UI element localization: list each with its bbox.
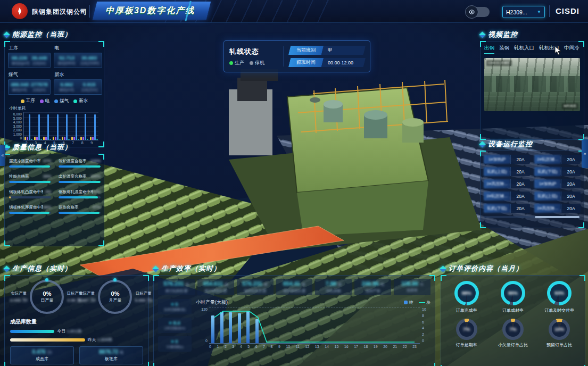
energy-bar bbox=[31, 139, 32, 140]
video-tab-中间冷[interactable]: 中间冷 bbox=[564, 45, 579, 52]
stat-value: 576.231 米 bbox=[238, 280, 272, 287]
collapse-handle-left[interactable]: « bbox=[0, 145, 5, 166]
hourly-bar bbox=[211, 315, 214, 343]
quality-panel-title-text: 质量信息（当班） bbox=[12, 143, 72, 152]
corner-bracket bbox=[98, 41, 104, 47]
equipment-cell[interactable]: 2#轧区辅...20A bbox=[534, 155, 581, 164]
equipment-name: 轧机(下辊) bbox=[484, 204, 510, 213]
energy-bar-group bbox=[34, 112, 42, 140]
status-dot-icon bbox=[250, 61, 253, 65]
video-tab-轧机出口[interactable]: 轧机出口 bbox=[539, 45, 559, 52]
equipment-cell[interactable]: 轧机(上辊)20A bbox=[484, 167, 530, 176]
equipment-cell[interactable]: 1#加热炉20A bbox=[534, 179, 581, 188]
quality-bar-fill bbox=[59, 196, 97, 198]
hourly-bar-slot bbox=[299, 308, 303, 343]
equipment-cell[interactable]: 2#轧区辅...20A bbox=[484, 192, 530, 201]
energy-bar-group bbox=[24, 112, 32, 140]
equipment-cell[interactable]: 1#加热炉20A bbox=[484, 155, 530, 164]
efficiency-panel-title-text: 生产效率（实时） bbox=[161, 264, 221, 273]
hourly-bar-slot bbox=[281, 308, 286, 343]
corner-bracket bbox=[153, 363, 159, 366]
energy-ytick: 1,000 bbox=[13, 132, 22, 136]
diamond-icon bbox=[479, 31, 486, 38]
view-selector-dropdown[interactable]: H2309... ▼ bbox=[502, 6, 545, 18]
energy-groups: 工序68.226单耗(kgce/t)39.449总耗(tce)电52.713单耗… bbox=[8, 44, 101, 95]
energy-legend-item: 新水 bbox=[73, 98, 88, 104]
hourly-xtick: 14 bbox=[325, 345, 329, 348]
efficiency-stat-card: 576.231 米累计轧制长度 bbox=[158, 279, 195, 295]
gauge-dot-icon bbox=[113, 278, 117, 281]
energy-metric-unit: 总耗(万m³) bbox=[80, 88, 98, 93]
hourly-xtick: 22 bbox=[403, 345, 407, 348]
collapse-handle-right[interactable]: » bbox=[582, 139, 588, 168]
equipment-cell[interactable]: 轧机(下辊)20A bbox=[534, 167, 581, 176]
panel-quality: 质量信息（当班） 层流冷温度命中率97%装炉温度合格率100%性能合格率99%出… bbox=[4, 143, 104, 246]
efficiency-stat-card: 576.231 米当班轧制长度 bbox=[237, 279, 274, 295]
donut-ring: 98% bbox=[454, 281, 479, 305]
equipment-row: 轧机(下辊)20A2#高压除...20A bbox=[484, 204, 581, 213]
chevron-down-icon: ▼ bbox=[537, 10, 541, 14]
equipment-cell[interactable]: 2#高压除...20A bbox=[484, 179, 530, 188]
quality-value: 100% bbox=[90, 159, 101, 163]
efficiency-side-stats: 0当班过钢量(块)8.4小时过钢(块/h)0出钢间隔(s) bbox=[158, 299, 192, 352]
stat-label: 当班产量 bbox=[355, 288, 390, 294]
equipment-name: 轧机(上辊) bbox=[484, 167, 510, 176]
video-feed[interactable]: CAM-01 出钢区 实时画面 bbox=[484, 58, 580, 111]
panel-efficiency: 生产效率（实时） 576.231 米累计轧制长度654.611 米累计剪切长度5… bbox=[153, 264, 435, 366]
equipment-frame: 1#加热炉20A2#轧区辅...20A轧机(上辊)20A轧机(下辊)20A2#高… bbox=[480, 151, 584, 228]
quality-item-top: 钢板终轧凸度命中率3% bbox=[9, 189, 51, 195]
efficiency-frame: 576.231 米累计轧制长度654.611 米累计剪切长度576.231 米当… bbox=[153, 275, 435, 366]
hourly-x-labels: 01234567891011121314151617181920212223 bbox=[208, 345, 418, 348]
donut-value: 93% bbox=[547, 281, 572, 305]
energy-metric: 52.713单耗(kWh/t) bbox=[56, 55, 77, 66]
hourly-legend-item: 吨 bbox=[404, 300, 413, 305]
video-tab-轧机入口[interactable]: 轧机入口 bbox=[514, 45, 534, 52]
hourly-bar bbox=[255, 319, 259, 343]
diamond-icon bbox=[152, 265, 159, 272]
corner-bracket bbox=[429, 363, 435, 366]
equipment-cell[interactable]: 轧机(下辊)20A bbox=[484, 204, 530, 213]
quality-value: 96% bbox=[43, 205, 51, 210]
hourly-legend-label: 吨 bbox=[409, 300, 413, 305]
energy-legend-label: 新水 bbox=[79, 98, 88, 104]
donut-label: 订单完成率 bbox=[456, 307, 477, 313]
quality-bar-track bbox=[9, 181, 51, 183]
equipment-name: 1#加热炉 bbox=[484, 155, 510, 164]
line-status-legend-item: 停机 bbox=[250, 60, 264, 66]
production-gauge: 实际产量0.045 万t0%日产量目标产量0.90 万t bbox=[10, 280, 78, 314]
hourly-bar-slot bbox=[414, 308, 418, 343]
energy-bar bbox=[71, 137, 73, 140]
equipment-value: 20A bbox=[561, 167, 581, 176]
equipment-value: 20A bbox=[561, 204, 581, 213]
energy-metric-value: 6.662 bbox=[56, 81, 77, 87]
energy-ytick: 3,000 bbox=[13, 124, 22, 128]
stock-box[interactable]: 8876.72 吨板坯库 bbox=[79, 346, 143, 364]
energy-metric: 6.662单耗(m³/t) bbox=[56, 81, 77, 93]
energy-metric: 277578总耗(m³) bbox=[30, 81, 48, 93]
energy-bar-group bbox=[62, 112, 70, 140]
stock-box-value: 8876.72 吨 bbox=[99, 349, 123, 355]
line-status-legend-item: 生产 bbox=[229, 60, 244, 66]
stock-bars: 今日 1,801块昨天 1,805块 bbox=[10, 328, 143, 343]
stock-box[interactable]: 0.476 万t成品库 bbox=[10, 346, 74, 364]
energy-metric-value: 39.449 bbox=[30, 55, 48, 61]
equipment-cell[interactable]: 2#高压除...20A bbox=[534, 204, 581, 213]
equipment-cell[interactable]: 轧机(上辊)20A bbox=[534, 192, 581, 201]
equipment-row: 2#轧区辅...20A轧机(上辊)20A bbox=[484, 192, 581, 201]
video-tab-装钢[interactable]: 装钢 bbox=[499, 45, 509, 52]
donut-label: 小欠量订单占比 bbox=[498, 342, 528, 348]
energy-bar bbox=[94, 114, 96, 140]
donut-label: 订单及时交付率 bbox=[544, 307, 574, 313]
video-tab-出钢[interactable]: 出钢 bbox=[484, 45, 494, 52]
stock-bar-row: 昨天 1,805块 bbox=[10, 337, 143, 343]
energy-metric-unit: 单耗(kgce/t) bbox=[12, 61, 28, 66]
orders-panel-title: 订单评价内容（当月） bbox=[441, 264, 585, 273]
legend-dot-icon bbox=[54, 99, 58, 103]
hourly-bar-slot bbox=[317, 308, 321, 343]
orders-panel-title-text: 订单评价内容（当月） bbox=[449, 264, 523, 273]
equipment-scrollbar-thumb[interactable] bbox=[535, 216, 579, 218]
side-stat-value: 0 bbox=[171, 301, 178, 307]
energy-bar bbox=[38, 114, 40, 140]
quality-label: 探伤合格率 bbox=[59, 205, 79, 210]
visibility-toggle[interactable] bbox=[466, 7, 490, 17]
